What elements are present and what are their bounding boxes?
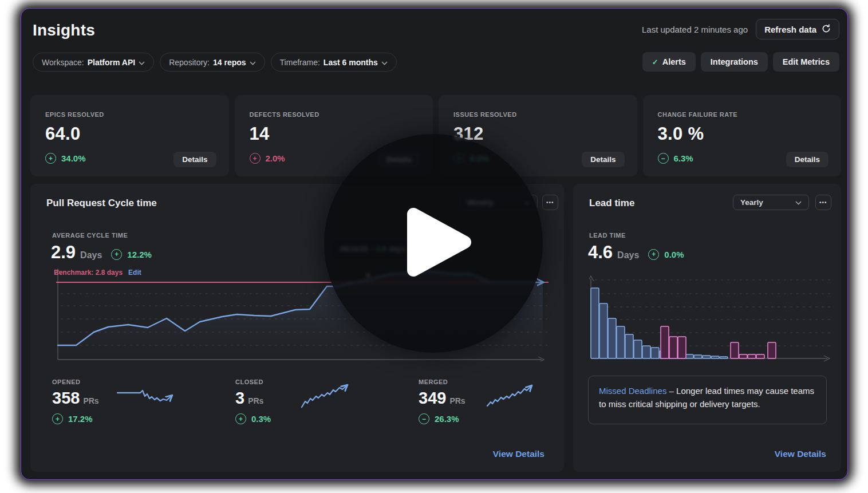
metric-card-change-failure-rate: CHANGE FAILURE RATE 3.0 % − 6.3% Details xyxy=(643,95,842,176)
closed-trend-sparkline xyxy=(301,381,369,410)
details-button[interactable]: Details xyxy=(582,152,624,167)
avg-cycle-time-unit: Days xyxy=(80,250,102,261)
details-button[interactable]: Details xyxy=(786,152,828,167)
edit-metrics-button[interactable]: Edit Metrics xyxy=(773,52,839,72)
closed-delta: + 0.3% xyxy=(235,413,271,424)
lead-period-select[interactable]: Yearly xyxy=(733,195,809,210)
chevron-down-icon xyxy=(250,58,256,67)
toolbar-actions: ✓ Alerts Integrations Edit Metrics xyxy=(642,52,839,72)
merged-delta: − 26.3% xyxy=(419,413,465,424)
header-actions: Last updated 2 minutes ago Refresh data xyxy=(642,19,839,40)
lead-time-delta-value: 0.0% xyxy=(664,250,684,259)
refresh-icon xyxy=(822,24,831,35)
missed-deadlines-link[interactable]: Missed Deadlines xyxy=(599,386,666,396)
card-delta: + 2.0% xyxy=(250,153,285,164)
opened-delta: + 17.2% xyxy=(52,413,99,424)
avg-cycle-time-value: 2.9 xyxy=(51,242,76,263)
minus-circle-icon: − xyxy=(658,153,669,164)
timeframe-filter-value: Last 6 months xyxy=(323,58,378,67)
alerts-button-label: Alerts xyxy=(662,57,686,66)
last-updated-text: Last updated 2 minutes ago xyxy=(642,25,748,34)
benchmark-edit-link[interactable]: Edit xyxy=(128,269,141,277)
filter-row: Workspace: Platform API Repository: 14 r… xyxy=(33,53,397,72)
alerts-button[interactable]: ✓ Alerts xyxy=(642,52,696,72)
lead-time-delta: + 0.0% xyxy=(648,249,684,260)
plus-circle-icon: + xyxy=(648,249,659,260)
closed-delta-value: 0.3% xyxy=(251,414,271,424)
workspace-filter[interactable]: Workspace: Platform API xyxy=(33,53,154,72)
opened-stat: OPENED 358 PRs + 17.2% xyxy=(52,378,99,424)
avg-cycle-time-row: 2.9 Days + 12.2% xyxy=(51,242,152,263)
pr-panel-title: Pull Request Cycle time xyxy=(46,198,157,209)
page-title: Insights xyxy=(33,21,95,40)
chevron-down-icon xyxy=(381,58,388,67)
lead-time-label: LEAD TIME xyxy=(589,232,626,239)
merged-unit: PRs xyxy=(449,396,465,405)
avg-cycle-time-label: AVERAGE CYCLE TIME xyxy=(52,232,128,239)
lead-view-details-link[interactable]: View Details xyxy=(775,449,826,459)
merged-label: MERGED xyxy=(419,378,465,385)
check-icon: ✓ xyxy=(652,58,658,66)
lead-time-panel: Lead time Yearly ••• LEAD TIME 4.6 Days … xyxy=(573,184,841,472)
lead-time-value: 4.6 xyxy=(588,242,613,263)
chevron-down-icon xyxy=(139,58,145,67)
timeframe-filter-label: Timeframe: xyxy=(280,58,320,67)
repository-filter-label: Repository: xyxy=(169,58,210,67)
benchmark-row: Benchmark: 2.8 days Edit xyxy=(54,269,141,277)
card-delta-value: 2.0% xyxy=(266,153,285,163)
integrations-button-label: Integrations xyxy=(711,57,758,66)
card-value: 64.0 xyxy=(45,124,215,144)
lead-time-unit: Days xyxy=(617,250,639,261)
merged-stat: MERGED 349 PRs − 26.3% xyxy=(419,378,465,424)
merged-delta-value: 26.3% xyxy=(435,414,459,424)
play-icon xyxy=(400,205,467,282)
plus-circle-icon: + xyxy=(45,153,56,164)
lead-panel-title: Lead time xyxy=(589,198,634,209)
edit-metrics-button-label: Edit Metrics xyxy=(783,57,830,66)
card-delta: − 6.3% xyxy=(658,153,693,164)
pr-view-details-link[interactable]: View Details xyxy=(493,449,545,459)
closed-unit: PRs xyxy=(248,396,263,405)
plus-circle-icon: + xyxy=(250,153,261,164)
benchmark-label: Benchmark: 2.8 days xyxy=(54,269,123,277)
closed-stat: CLOSED 3 PRs + 0.3% xyxy=(235,378,271,424)
card-delta: + 34.0% xyxy=(45,153,86,164)
lead-time-histogram xyxy=(589,274,834,362)
opened-delta-value: 17.2% xyxy=(68,414,93,424)
opened-unit: PRs xyxy=(83,396,98,405)
metric-card-epics-resolved: EPICS RESOLVED 64.0 + 34.0% Details xyxy=(30,95,229,176)
opened-trend-sparkline xyxy=(116,385,185,414)
plus-circle-icon: + xyxy=(111,249,122,260)
chevron-down-icon xyxy=(795,198,802,207)
avg-cycle-time-delta: + 12.2% xyxy=(111,249,152,260)
details-button[interactable]: Details xyxy=(173,152,216,167)
plus-circle-icon: + xyxy=(235,413,246,424)
opened-label: OPENED xyxy=(52,378,99,385)
card-delta-value: 6.3% xyxy=(674,153,693,163)
card-label: DEFECTS RESOLVED xyxy=(250,111,420,118)
video-play-overlay[interactable] xyxy=(324,134,543,353)
card-label: EPICS RESOLVED xyxy=(45,111,215,118)
card-delta-value: 34.0% xyxy=(61,153,86,163)
plus-circle-icon: + xyxy=(52,413,63,424)
workspace-filter-value: Platform API xyxy=(88,58,136,67)
closed-label: CLOSED xyxy=(235,378,271,385)
repository-filter[interactable]: Repository: 14 repos xyxy=(160,53,265,72)
card-label: CHANGE FAILURE RATE xyxy=(658,111,828,118)
merged-value: 349 xyxy=(419,389,446,408)
timeframe-filter[interactable]: Timeframe: Last 6 months xyxy=(271,53,397,72)
lead-more-options-button[interactable]: ••• xyxy=(815,195,831,210)
integrations-button[interactable]: Integrations xyxy=(701,52,768,72)
card-value: 312 xyxy=(453,124,624,144)
pr-more-options-button[interactable]: ••• xyxy=(542,195,558,210)
refresh-button-label: Refresh data xyxy=(764,25,816,34)
workspace-filter-label: Workspace: xyxy=(42,58,84,67)
avg-cycle-time-delta-value: 12.2% xyxy=(127,250,152,259)
opened-value: 358 xyxy=(52,389,80,408)
card-label: ISSUES RESOLVED xyxy=(453,111,624,118)
lead-period-value: Yearly xyxy=(740,198,763,207)
page-background: Insights Last updated 2 minutes ago Refr… xyxy=(0,0,868,493)
lead-time-row: 4.6 Days + 0.0% xyxy=(588,242,684,263)
refresh-data-button[interactable]: Refresh data xyxy=(756,19,839,40)
closed-value: 3 xyxy=(235,389,244,408)
